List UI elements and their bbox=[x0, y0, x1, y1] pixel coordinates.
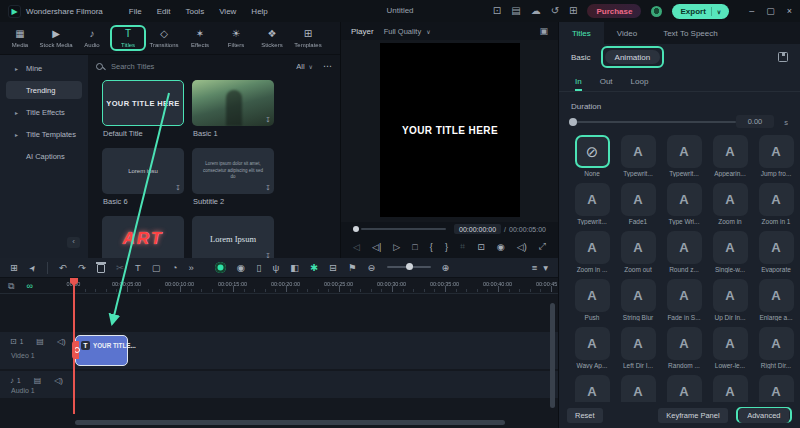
screen-record-icon[interactable]: ⊟ bbox=[329, 263, 337, 273]
anim-preset-28[interactable]: A bbox=[661, 375, 707, 402]
scrubber-handle[interactable] bbox=[353, 226, 359, 232]
anim-typewriter-1[interactable]: A Typewrit... bbox=[615, 135, 661, 183]
tab-audio[interactable]: ♪ Audio bbox=[74, 27, 110, 49]
menu-help[interactable]: Help bbox=[251, 7, 267, 16]
anim-round-zoom[interactable]: A Round z... bbox=[661, 231, 707, 279]
sidebar-item-ai-captions[interactable]: ▸ AI Captions bbox=[6, 147, 82, 165]
connect-display-icon[interactable]: ⊡ bbox=[493, 6, 501, 16]
stop-icon[interactable]: □ bbox=[412, 242, 417, 252]
tab-text-to-speech[interactable]: Text To Speech bbox=[650, 22, 731, 44]
ai-copilot-icon[interactable] bbox=[215, 262, 226, 273]
zoom-in-icon[interactable]: ⊕ bbox=[442, 263, 450, 273]
prev-frame-icon[interactable]: ◁| bbox=[372, 242, 381, 252]
anim-typewriter-2[interactable]: A Typewrit... bbox=[661, 135, 707, 183]
marker-icon[interactable]: ⚑ bbox=[348, 263, 357, 273]
keyframe-icon[interactable]: ✱ bbox=[310, 263, 318, 273]
zoom-slider[interactable] bbox=[387, 266, 431, 268]
filter-dropdown[interactable]: All∨ bbox=[296, 62, 313, 71]
anim-string-blur[interactable]: A String Blur bbox=[615, 279, 661, 327]
audio-track[interactable]: ♪ 1 ▤ ◁) Audio 1 bbox=[0, 371, 558, 398]
anim-up-dir[interactable]: A Up Dir In... bbox=[707, 279, 753, 327]
fullscreen-icon[interactable]: ⤢ bbox=[539, 241, 546, 252]
duration-slider-track[interactable] bbox=[571, 121, 736, 123]
collapse-sidebar-button[interactable]: ‹ bbox=[67, 237, 80, 248]
tab-video-panel[interactable]: Video bbox=[604, 22, 650, 44]
preview-render-icon[interactable]: ◉ bbox=[237, 263, 245, 273]
tab-stickers[interactable]: ❖ Stickers bbox=[254, 27, 290, 49]
scrubber-track[interactable] bbox=[361, 228, 446, 230]
anim-wavy[interactable]: A Wavy Ap... bbox=[569, 327, 615, 375]
sidebar-item-trending[interactable]: ▸ Trending bbox=[6, 81, 82, 99]
cloud-upload-icon[interactable]: ☁ bbox=[531, 6, 541, 16]
save-project-icon[interactable]: ▤ bbox=[511, 6, 520, 16]
tab-titles[interactable]: T Titles bbox=[110, 25, 146, 51]
volume-icon[interactable]: ◁) bbox=[517, 242, 527, 252]
more-options-icon[interactable]: ⋯ bbox=[323, 61, 332, 71]
minimize-button[interactable]: – bbox=[749, 6, 754, 16]
save-preset-icon[interactable] bbox=[778, 52, 788, 62]
tab-in[interactable]: In bbox=[575, 72, 582, 91]
tab-media[interactable]: ▦ Media bbox=[2, 27, 38, 49]
purchase-button[interactable]: Purchase bbox=[587, 4, 641, 18]
folder-icon[interactable]: ▤ bbox=[34, 376, 42, 385]
anim-preset-30[interactable]: A bbox=[753, 375, 799, 402]
voiceover-icon[interactable]: ψ bbox=[272, 263, 279, 273]
tab-out[interactable]: Out bbox=[600, 72, 613, 91]
undo-icon[interactable]: ↶ bbox=[59, 263, 67, 273]
preview-display-icon[interactable]: ▣ bbox=[539, 26, 548, 36]
tab-effects[interactable]: ✶ Effects bbox=[182, 27, 218, 49]
horizontal-scrollbar[interactable] bbox=[75, 420, 505, 425]
anim-zoom-out[interactable]: A Zoom out bbox=[615, 231, 661, 279]
track-height-caret-icon[interactable]: ▾ bbox=[543, 263, 548, 273]
anim-none[interactable]: ⊘ None bbox=[569, 135, 615, 183]
anim-typewriter-3[interactable]: A Typewrit... bbox=[569, 183, 615, 231]
menu-file[interactable]: File bbox=[129, 7, 142, 16]
menu-tools[interactable]: Tools bbox=[185, 7, 204, 16]
snapshot-icon[interactable]: ⌗ bbox=[460, 241, 465, 252]
timeline-ruler[interactable]: ⧉ ∞ 00:0000:00:05:0000:00:10:0000:00:15:… bbox=[0, 278, 558, 294]
play-icon[interactable]: ▷ bbox=[393, 242, 400, 252]
anim-preset-26[interactable]: A bbox=[569, 375, 615, 402]
auto-ripple-link-icon[interactable]: ∞ bbox=[26, 281, 32, 291]
select-tool-icon[interactable]: ➤ bbox=[26, 262, 38, 274]
anim-single-w[interactable]: A Single-w... bbox=[707, 231, 753, 279]
anim-zoom-in-1[interactable]: A Zoom in 1 bbox=[753, 183, 799, 231]
mirror-display-icon[interactable]: ⊡ bbox=[477, 242, 485, 252]
title-clip[interactable]: T YOUR TITLE... bbox=[75, 335, 128, 366]
anim-preset-29[interactable]: A bbox=[707, 375, 753, 402]
tab-templates[interactable]: ⊞ Templates bbox=[290, 27, 326, 49]
advanced-button[interactable]: Advanced bbox=[739, 408, 788, 423]
sidebar-item-title-templates[interactable]: ▸ Title Templates bbox=[6, 125, 82, 143]
export-button[interactable]: Export∨ bbox=[672, 4, 729, 19]
camera-icon[interactable]: ◉ bbox=[497, 242, 505, 252]
phone-preview-icon[interactable]: ▯ bbox=[256, 263, 261, 273]
anim-random[interactable]: A Random ... bbox=[661, 327, 707, 375]
reset-button[interactable]: Reset bbox=[567, 408, 603, 423]
anim-left-dir[interactable]: A Left Dir I... bbox=[615, 327, 661, 375]
card-art[interactable]: ART ↧ bbox=[102, 216, 184, 258]
menu-edit[interactable]: Edit bbox=[157, 7, 171, 16]
tab-filters[interactable]: ☀ Filters bbox=[218, 27, 254, 49]
jump-start-icon[interactable]: ◁ bbox=[353, 242, 360, 252]
menu-view[interactable]: View bbox=[219, 7, 236, 16]
divider[interactable] bbox=[47, 262, 48, 274]
anim-fade-in-s[interactable]: A Fade in S... bbox=[661, 279, 707, 327]
anim-appearing[interactable]: A Appearin... bbox=[707, 135, 753, 183]
speed-icon[interactable]: ◔ bbox=[172, 263, 178, 273]
keyframe-panel-button[interactable]: Keyframe Panel bbox=[658, 408, 727, 423]
media-layout-icon[interactable]: ⊞ bbox=[10, 263, 18, 273]
tab-loop[interactable]: Loop bbox=[631, 72, 649, 91]
anim-zoom-in[interactable]: A Zoom in bbox=[707, 183, 753, 231]
anim-lower-left[interactable]: A Lower-le... bbox=[707, 327, 753, 375]
playhead-line[interactable] bbox=[73, 278, 75, 414]
tab-stock-media[interactable]: ▶ Stock Media bbox=[38, 27, 74, 49]
track-height-icon[interactable]: ≡ bbox=[532, 263, 538, 273]
anim-preset-27[interactable]: A bbox=[615, 375, 661, 402]
quality-dropdown[interactable]: Full Quality∨ bbox=[384, 27, 431, 36]
vertical-scrollbar[interactable] bbox=[550, 303, 555, 408]
mute-track-icon[interactable]: ◁) bbox=[54, 376, 63, 385]
duration-slider-handle[interactable] bbox=[569, 118, 577, 126]
anim-right-dir[interactable]: A Right Dir... bbox=[753, 327, 799, 375]
mute-track-icon[interactable]: ◁) bbox=[57, 337, 66, 346]
delete-icon[interactable] bbox=[97, 264, 105, 273]
